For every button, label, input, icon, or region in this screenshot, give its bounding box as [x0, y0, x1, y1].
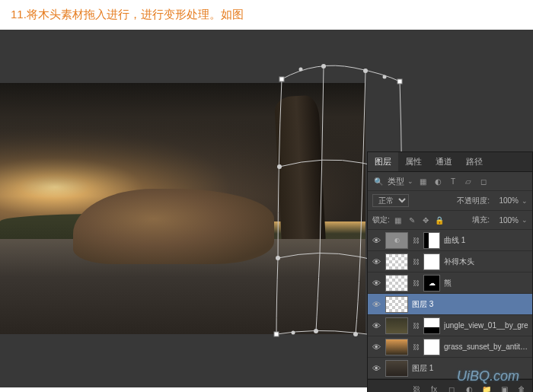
- fill-label: 填充:: [472, 215, 490, 225]
- svg-point-13: [383, 75, 387, 79]
- fill-dropdown-icon[interactable]: ⌄: [522, 216, 528, 224]
- layer-name[interactable]: 曲线 1: [444, 235, 529, 246]
- filter-shape-icon[interactable]: ▱: [462, 175, 474, 187]
- blend-mode-select[interactable]: 正常: [372, 194, 409, 207]
- link-icon: ⛓: [412, 258, 420, 266]
- link-icon: ⛓: [412, 279, 420, 287]
- svg-rect-0: [279, 77, 284, 81]
- lock-pos-icon[interactable]: ✥: [420, 214, 431, 226]
- tab-properties[interactable]: 属性: [398, 152, 429, 171]
- mask-thumb[interactable]: [423, 232, 440, 249]
- opacity-value[interactable]: 100%: [493, 196, 519, 205]
- tab-layers[interactable]: 图层: [368, 152, 398, 171]
- layer-row[interactable]: 👁 ⛓ 补得木头: [368, 251, 532, 272]
- layer-row[interactable]: 👁 ⛓ grass_sunset_by_antithisis_stock: [368, 336, 532, 358]
- layer-thumb[interactable]: [385, 339, 408, 355]
- dropdown-icon[interactable]: ⌄: [407, 177, 413, 185]
- mask-thumb[interactable]: ☁: [423, 275, 440, 292]
- visibility-icon[interactable]: 👁: [371, 343, 381, 352]
- layer-list: 👁 ◐ ⛓ 曲线 1 👁 ⛓ 补得木头 👁 ⛓ ☁ 熊 👁: [368, 230, 532, 379]
- watermark: UiBQ.com: [457, 368, 519, 384]
- svg-point-4: [321, 64, 326, 69]
- mask-thumb[interactable]: [423, 317, 440, 334]
- layer-name[interactable]: jungle_view_01__by_gre: [444, 321, 529, 330]
- layer-thumb[interactable]: [385, 253, 408, 270]
- blend-row: 正常 不透明度: 100% ⌄: [368, 191, 532, 211]
- fx-icon[interactable]: fx: [428, 383, 440, 392]
- filter-row: 🔍 类型 ⌄ ▦ ◐ T ▱ ◻: [368, 172, 532, 191]
- visibility-icon[interactable]: 👁: [371, 279, 381, 288]
- lock-row: 锁定: ▦ ✎ ✥ 🔒 填充: 100% ⌄: [368, 211, 532, 230]
- lock-all-icon[interactable]: 🔒: [434, 214, 445, 226]
- step-instruction: 11.将木头素材拖入进行，进行变形处理。如图: [0, 0, 533, 30]
- visibility-icon[interactable]: 👁: [371, 257, 381, 266]
- filter-pixel-icon[interactable]: ▦: [417, 175, 429, 187]
- layer-row[interactable]: 👁 ⛓ jungle_view_01__by_gre: [368, 315, 532, 336]
- svg-point-5: [363, 69, 368, 73]
- panel-tabs: 图层 属性 通道 路径: [368, 152, 532, 172]
- tab-channels[interactable]: 通道: [429, 152, 459, 171]
- link-icon: ⛓: [412, 237, 420, 244]
- filter-type-icon[interactable]: T: [447, 175, 459, 187]
- opacity-label: 不透明度:: [457, 196, 490, 206]
- layer-name[interactable]: grass_sunset_by_antithisis_stock: [444, 343, 529, 351]
- link-layers-icon[interactable]: ⛓: [410, 383, 423, 392]
- visibility-icon[interactable]: 👁: [371, 236, 381, 245]
- layer-name[interactable]: 图层 3: [412, 299, 529, 310]
- layer-row[interactable]: 👁 图层 3: [368, 294, 532, 315]
- svg-rect-1: [397, 79, 402, 84]
- link-icon: ⛓: [412, 322, 420, 330]
- mask-icon[interactable]: ◻: [445, 383, 458, 392]
- opacity-dropdown-icon[interactable]: ⌄: [522, 197, 528, 205]
- tab-paths[interactable]: 路径: [459, 152, 490, 171]
- layer-name[interactable]: 熊: [444, 278, 529, 288]
- visibility-icon[interactable]: 👁: [371, 321, 381, 330]
- mask-thumb[interactable]: [423, 339, 440, 355]
- layer-row[interactable]: 👁 ◐ ⛓ 曲线 1: [368, 230, 532, 251]
- bear-layer: [73, 189, 274, 264]
- layer-thumb[interactable]: [385, 296, 408, 313]
- lock-pixel-icon[interactable]: ✎: [407, 214, 417, 226]
- layer-thumb[interactable]: ◐: [385, 232, 408, 249]
- layer-thumb[interactable]: [385, 317, 408, 334]
- lock-trans-icon[interactable]: ▦: [393, 214, 404, 226]
- search-icon[interactable]: 🔍: [372, 175, 385, 187]
- visibility-icon[interactable]: 👁: [371, 300, 381, 309]
- visibility-icon[interactable]: 👁: [371, 364, 381, 373]
- mask-thumb[interactable]: [423, 253, 440, 270]
- fill-value[interactable]: 100%: [493, 216, 519, 225]
- filter-adjust-icon[interactable]: ◐: [432, 175, 444, 187]
- layer-thumb[interactable]: [385, 360, 408, 377]
- layer-row[interactable]: 👁 ⛓ ☁ 熊: [368, 272, 532, 294]
- layer-thumb[interactable]: [385, 275, 408, 292]
- canvas[interactable]: [0, 83, 365, 334]
- layers-panel: 图层 属性 通道 路径 🔍 类型 ⌄ ▦ ◐ T ▱ ◻ 正常 不透明度: 10…: [367, 151, 533, 392]
- svg-point-12: [299, 68, 303, 72]
- lock-label: 锁定:: [372, 215, 390, 225]
- workspace: 图层 属性 通道 路径 🔍 类型 ⌄ ▦ ◐ T ▱ ◻ 正常 不透明度: 10…: [0, 30, 533, 387]
- tree-layer: [274, 94, 326, 247]
- link-icon: ⛓: [412, 343, 420, 351]
- filter-type-label: 类型: [388, 176, 404, 187]
- filter-smart-icon[interactable]: ◻: [477, 175, 490, 187]
- layer-name[interactable]: 补得木头: [444, 257, 529, 267]
